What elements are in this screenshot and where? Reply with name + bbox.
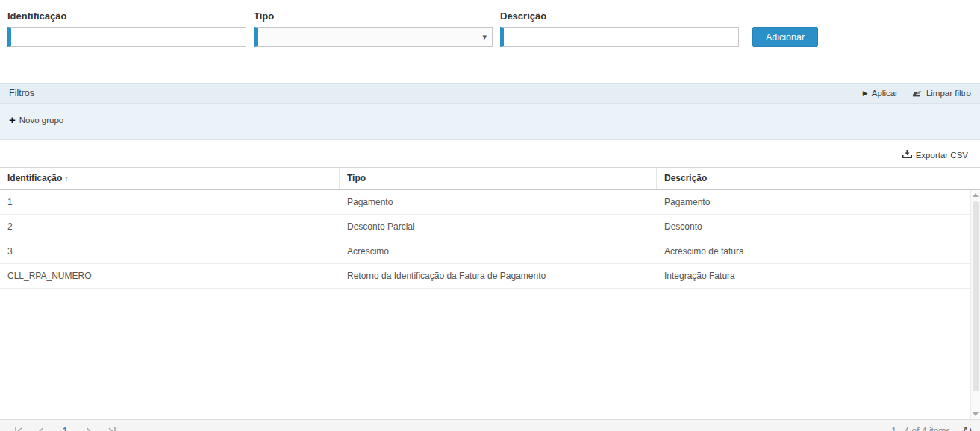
limpar-filtro-label: Limpar filtro (926, 89, 971, 98)
refresh-icon[interactable]: ↻ (963, 425, 973, 431)
tipo-select-value (258, 28, 492, 46)
grid-toolbar: Exportar CSV (0, 140, 980, 167)
table-cell: Integração Fatura (657, 264, 970, 288)
filters-actions: ▶ Aplicar Limpar filtro (863, 89, 971, 98)
novo-grupo-button[interactable]: + Novo grupo (9, 114, 63, 125)
exportar-csv-button[interactable]: Exportar CSV (902, 150, 968, 160)
filters-panel: Filtros ▶ Aplicar Limpar filtro + Novo g… (0, 83, 980, 140)
descricao-label: Descrição (500, 10, 739, 22)
table-cell: 3 (0, 239, 340, 263)
identificacao-field: Identificação (7, 10, 246, 47)
sort-asc-icon: ↑ (64, 174, 69, 183)
table-row[interactable]: CLL_RPA_NUMERORetorno da Identificação d… (0, 264, 970, 289)
grid-header: Identificação↑ Tipo Descrição (0, 168, 980, 190)
eraser-icon (913, 89, 923, 98)
table-cell: Pagamento (340, 190, 657, 214)
column-header-label: Descrição (664, 173, 707, 183)
column-header-tipo[interactable]: Tipo (340, 168, 657, 189)
column-header-label: Identificação (7, 173, 62, 183)
table-cell: Desconto Parcial (340, 215, 657, 239)
filters-body: + Novo grupo (0, 104, 980, 139)
exportar-csv-label: Exportar CSV (916, 151, 968, 160)
identificacao-input[interactable] (11, 28, 246, 46)
add-form: Identificação Tipo ▾ Descrição Adicionar (0, 0, 980, 59)
column-header-descricao[interactable]: Descrição (657, 168, 970, 189)
grid-body: 1PagamentoPagamento2Desconto ParcialDesc… (0, 190, 980, 419)
tipo-select[interactable]: ▾ (254, 27, 493, 47)
filters-title: Filtros (9, 88, 34, 98)
adicionar-button[interactable]: Adicionar (752, 27, 818, 47)
grid-scrollbar[interactable] (970, 190, 980, 419)
header-scrollbar-spacer (970, 168, 980, 189)
descricao-input-wrap (500, 27, 739, 47)
last-page-button[interactable] (100, 421, 122, 431)
table-row[interactable]: 1PagamentoPagamento (0, 190, 970, 215)
download-icon (902, 150, 912, 160)
novo-grupo-label: Novo grupo (19, 116, 63, 125)
data-grid: Identificação↑ Tipo Descrição 1Pagamento… (0, 167, 980, 431)
grid-rows: 1PagamentoPagamento2Desconto ParcialDesc… (0, 190, 970, 289)
filters-header: Filtros ▶ Aplicar Limpar filtro (0, 84, 980, 104)
scroll-down-icon[interactable] (973, 412, 979, 416)
tipo-label: Tipo (254, 10, 493, 22)
descricao-field: Descrição (500, 10, 739, 47)
aplicar-button[interactable]: ▶ Aplicar (863, 89, 898, 98)
first-page-button[interactable] (7, 421, 30, 431)
descricao-input[interactable] (504, 28, 738, 46)
column-header-identificacao[interactable]: Identificação↑ (0, 168, 340, 189)
plus-icon: + (9, 114, 16, 125)
scrollbar-thumb[interactable] (973, 201, 979, 391)
scroll-up-icon[interactable] (973, 193, 979, 197)
table-cell: Pagamento (657, 190, 970, 214)
identificacao-input-wrap (7, 27, 246, 47)
previous-page-button[interactable] (30, 421, 52, 431)
table-cell: Acréscimo de fatura (657, 239, 970, 263)
column-header-label: Tipo (347, 173, 366, 183)
pager-right: 1 - 4 of 4 items ↻ (891, 425, 973, 431)
grid-pager: 1 1 - 4 of 4 items ↻ (0, 419, 980, 431)
identificacao-label: Identificação (7, 10, 246, 22)
play-icon: ▶ (863, 90, 868, 97)
pager-info: 1 - 4 of 4 items (891, 426, 950, 431)
aplicar-label: Aplicar (872, 89, 898, 98)
table-cell: CLL_RPA_NUMERO (0, 264, 340, 288)
next-page-button[interactable] (78, 421, 100, 431)
table-cell: Desconto (657, 215, 970, 239)
table-row[interactable]: 3AcréscimoAcréscimo de fatura (0, 239, 970, 264)
tipo-field: Tipo ▾ (254, 10, 493, 47)
limpar-filtro-button[interactable]: Limpar filtro (913, 89, 971, 98)
table-row[interactable]: 2Desconto ParcialDesconto (0, 215, 970, 239)
page-number-button[interactable]: 1 (55, 423, 75, 431)
table-cell: Retorno da Identificação da Fatura de Pa… (340, 264, 657, 288)
table-cell: 1 (0, 190, 340, 214)
table-cell: Acréscimo (340, 239, 657, 263)
table-cell: 2 (0, 215, 340, 239)
